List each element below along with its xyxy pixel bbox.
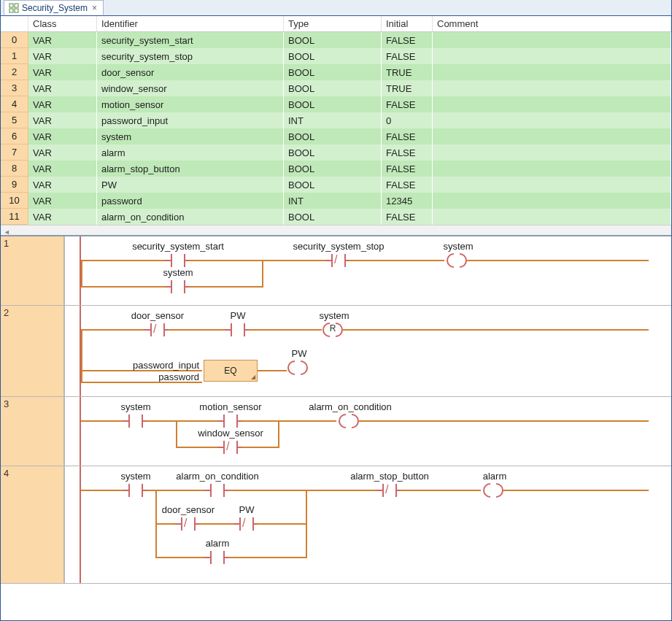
row-index[interactable]: 9 xyxy=(1,177,28,193)
row-initial[interactable]: FALSE xyxy=(382,96,433,112)
row-initial[interactable]: FALSE xyxy=(382,32,433,48)
row-type[interactable]: BOOL xyxy=(284,161,382,177)
row-initial[interactable]: TRUE xyxy=(382,64,433,80)
variable-row[interactable]: 1VARsecurity_system_stopBOOLFALSE xyxy=(1,48,671,64)
row-identifier[interactable]: alarm_on_condition xyxy=(97,209,284,225)
row-type[interactable]: BOOL xyxy=(284,64,382,80)
contact-stop[interactable]: / xyxy=(328,254,349,267)
col-class[interactable]: Class xyxy=(28,16,97,32)
variable-row[interactable]: 7VARalarmBOOLFALSE xyxy=(1,144,671,161)
contact-pw2[interactable]: / xyxy=(236,517,258,531)
rung-4[interactable]: 4systemalarm_on_conditionalarm_stop_butt… xyxy=(1,466,671,584)
variable-row[interactable]: 8VARalarm_stop_buttonBOOLFALSE xyxy=(1,161,671,177)
row-index[interactable]: 1 xyxy=(1,48,28,64)
row-type[interactable]: BOOL xyxy=(284,177,382,193)
row-class[interactable]: VAR xyxy=(28,64,97,80)
row-index[interactable]: 11 xyxy=(1,209,28,225)
row-comment[interactable] xyxy=(433,32,671,48)
row-class[interactable]: VAR xyxy=(28,161,97,177)
contact-alarm-stop[interactable]: / xyxy=(379,484,401,497)
row-type[interactable]: INT xyxy=(284,193,382,209)
row-comment[interactable] xyxy=(433,161,671,177)
row-comment[interactable] xyxy=(433,80,671,96)
col-comment[interactable]: Comment xyxy=(433,16,671,32)
row-index[interactable]: 4 xyxy=(1,96,28,112)
row-class[interactable]: VAR xyxy=(28,177,97,193)
row-type[interactable]: INT xyxy=(284,112,382,128)
row-initial[interactable]: FALSE xyxy=(382,48,433,64)
row-class[interactable]: VAR xyxy=(28,144,97,161)
row-class[interactable]: VAR xyxy=(28,32,97,48)
row-identifier[interactable]: alarm_stop_button xyxy=(97,161,284,177)
row-class[interactable]: VAR xyxy=(28,128,97,144)
row-initial[interactable]: FALSE xyxy=(382,144,433,161)
contact-door[interactable]: / xyxy=(147,323,169,336)
contact-motion[interactable] xyxy=(220,414,242,428)
ladder-editor[interactable]: 1security_system_startsecurity_system_st… xyxy=(1,236,671,620)
row-type[interactable]: BOOL xyxy=(284,144,382,161)
row-index[interactable]: 2 xyxy=(1,64,28,80)
row-identifier[interactable]: motion_sensor xyxy=(97,96,284,112)
row-initial[interactable]: FALSE xyxy=(382,161,433,177)
variable-row[interactable]: 10VARpasswordINT12345 xyxy=(1,193,671,209)
row-class[interactable]: VAR xyxy=(28,48,97,64)
row-identifier[interactable]: system xyxy=(97,128,284,144)
row-comment[interactable] xyxy=(433,96,671,112)
row-identifier[interactable]: password_input xyxy=(97,112,284,128)
variable-row[interactable]: 11VARalarm_on_conditionBOOLFALSE xyxy=(1,209,671,225)
row-initial[interactable]: FALSE xyxy=(382,209,433,225)
contact-system[interactable] xyxy=(125,414,147,428)
variable-row[interactable]: 2VARdoor_sensorBOOLTRUE xyxy=(1,64,671,80)
function-block-eq[interactable]: EQ◢ xyxy=(204,360,258,382)
close-icon[interactable]: × xyxy=(90,3,99,13)
contact-system[interactable] xyxy=(125,484,147,497)
row-initial[interactable]: 12345 xyxy=(382,193,433,209)
row-identifier[interactable]: security_system_start xyxy=(97,32,284,48)
row-class[interactable]: VAR xyxy=(28,112,97,128)
row-class[interactable]: VAR xyxy=(28,96,97,112)
contact-pw[interactable] xyxy=(227,323,249,336)
row-class[interactable]: VAR xyxy=(28,193,97,209)
row-initial[interactable]: FALSE xyxy=(382,177,433,193)
contact-system-latch[interactable] xyxy=(167,280,189,293)
variable-row[interactable]: 9VARPWBOOLFALSE xyxy=(1,177,671,193)
row-index[interactable]: 7 xyxy=(1,144,28,161)
row-initial[interactable]: TRUE xyxy=(382,80,433,96)
coil-system-reset[interactable]: R xyxy=(323,323,342,336)
rung-1[interactable]: 1security_system_startsecurity_system_st… xyxy=(1,236,671,306)
variable-row[interactable]: 5VARpassword_inputINT0 xyxy=(1,112,671,128)
col-index[interactable] xyxy=(1,16,28,32)
row-comment[interactable] xyxy=(433,128,671,144)
row-comment[interactable] xyxy=(433,193,671,209)
row-identifier[interactable]: door_sensor xyxy=(97,64,284,80)
contact-door2[interactable]: / xyxy=(177,517,199,531)
contact-alarm-latch[interactable] xyxy=(206,551,228,564)
row-type[interactable]: BOOL xyxy=(284,32,382,48)
variable-row[interactable]: 4VARmotion_sensorBOOLFALSE xyxy=(1,96,671,112)
row-class[interactable]: VAR xyxy=(28,209,97,225)
row-identifier[interactable]: PW xyxy=(97,177,284,193)
row-index[interactable]: 6 xyxy=(1,128,28,144)
tab-security-system[interactable]: Security_System × xyxy=(4,0,104,15)
row-index[interactable]: 3 xyxy=(1,80,28,96)
coil-alarm[interactable] xyxy=(484,484,503,497)
col-type[interactable]: Type xyxy=(284,16,382,32)
variable-row[interactable]: 0VARsecurity_system_startBOOLFALSE xyxy=(1,32,671,48)
rung-3[interactable]: 3systemmotion_sensoralarm_on_conditionwi… xyxy=(1,397,671,466)
row-type[interactable]: BOOL xyxy=(284,80,382,96)
row-identifier[interactable]: alarm xyxy=(97,144,284,161)
contact-window[interactable]: / xyxy=(220,441,242,454)
row-identifier[interactable]: security_system_stop xyxy=(97,48,284,64)
row-initial[interactable]: 0 xyxy=(382,112,433,128)
row-index[interactable]: 0 xyxy=(1,32,28,48)
row-comment[interactable] xyxy=(433,64,671,80)
row-index[interactable]: 5 xyxy=(1,112,28,128)
row-comment[interactable] xyxy=(433,177,671,193)
row-comment[interactable] xyxy=(433,112,671,128)
coil-pw[interactable] xyxy=(288,361,307,374)
coil-alarm-cond[interactable] xyxy=(339,414,358,428)
variable-row[interactable]: 6VARsystemBOOLFALSE xyxy=(1,128,671,144)
row-comment[interactable] xyxy=(433,48,671,64)
rung-2[interactable]: 2door_sensor/PWsystemRpassword_inputpass… xyxy=(1,306,671,397)
horizontal-scrollbar[interactable] xyxy=(1,225,671,235)
